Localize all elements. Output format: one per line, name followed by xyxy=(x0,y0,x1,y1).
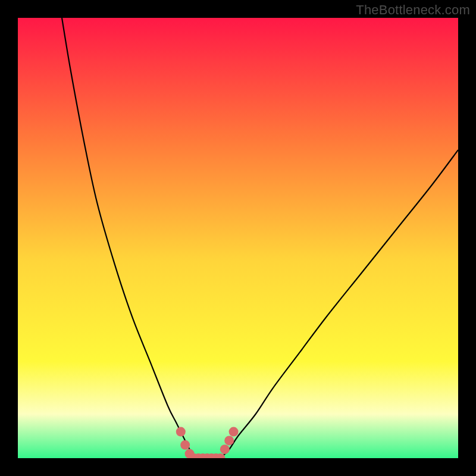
curve-layer xyxy=(18,18,458,458)
fit-marker xyxy=(176,427,186,437)
watermark-text: TheBottleneck.com xyxy=(356,2,470,18)
plot-area xyxy=(18,18,458,458)
chart-frame: TheBottleneck.com xyxy=(0,0,476,476)
fit-marker xyxy=(224,436,234,445)
left-branch-curve xyxy=(62,18,194,458)
fit-marker xyxy=(180,440,190,450)
fit-marker xyxy=(229,427,239,437)
fit-region-markers xyxy=(176,427,239,458)
right-branch-curve xyxy=(220,150,458,458)
fit-marker xyxy=(220,444,230,454)
